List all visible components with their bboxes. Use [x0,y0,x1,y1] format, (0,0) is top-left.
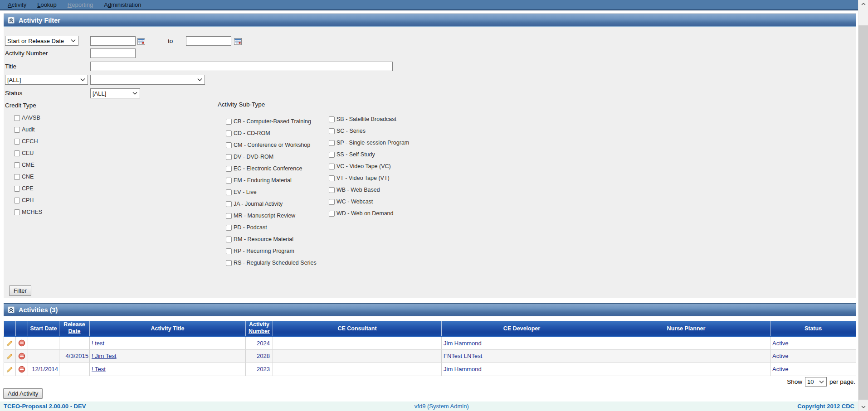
credit-type-option[interactable]: CEU [14,147,42,159]
delete-icon[interactable] [16,349,28,363]
activity-number-input[interactable] [90,48,136,58]
collapse-section-icon[interactable] [8,17,15,24]
status-select[interactable]: [ALL] [90,88,140,98]
subtype-checkbox[interactable] [226,248,232,254]
sort-link[interactable]: Start Date [30,325,57,332]
edit-icon[interactable] [4,363,16,376]
credit-type-checkbox[interactable] [14,186,20,192]
subtype-checkbox[interactable] [329,199,335,205]
credit-type-checkbox[interactable] [14,174,20,180]
subtype-checkbox[interactable] [226,201,232,207]
edit-icon[interactable] [4,349,16,363]
scrollbar-thumb[interactable] [858,25,868,400]
date-to-input[interactable] [186,36,231,46]
activity-subtype-select[interactable] [90,75,205,85]
title-input[interactable] [90,62,393,71]
edit-icon[interactable] [4,336,16,349]
subtype-option[interactable]: JA - Journal Activity [226,198,317,210]
date-type-select[interactable]: Start or Release Date [5,36,78,46]
subtype-checkbox[interactable] [329,140,335,146]
subtype-option[interactable]: MR - Manuscript Review [226,210,317,222]
subtype-option[interactable]: CM - Conference or Workshop [226,139,317,151]
nav-item-activity[interactable]: Activity [8,1,26,8]
subtype-option[interactable]: SB - Satellite Broadcast [329,113,409,125]
subtype-option[interactable]: RM - Resource Material [226,233,317,245]
sort-link[interactable]: CE Consultant [337,325,376,332]
subtype-checkbox[interactable] [226,213,232,219]
subtype-option[interactable]: SP - Single-session Program [329,137,409,149]
subtype-option[interactable]: VC - Video Tape (VC) [329,160,409,172]
subtype-checkbox[interactable] [226,225,232,231]
sort-link[interactable]: Activity Title [151,325,184,332]
sort-link[interactable]: Release Date [60,321,88,335]
credit-type-option[interactable]: Audit [14,124,42,135]
subtype-checkbox[interactable] [329,175,335,181]
subtype-option[interactable]: CB - Computer-Based Training [226,116,317,127]
activity-title-link[interactable]: ! test [92,340,104,347]
credit-type-checkbox[interactable] [14,150,20,156]
delete-icon[interactable] [16,336,28,349]
credit-type-checkbox[interactable] [14,209,20,215]
subtype-option[interactable]: SS - Self Study [329,149,409,160]
subtype-checkbox[interactable] [329,187,335,193]
subtype-option[interactable]: WB - Web Based [329,184,409,196]
subtype-checkbox[interactable] [226,166,232,172]
subtype-checkbox[interactable] [329,116,335,122]
add-activity-button[interactable]: Add Activity [3,388,43,399]
credit-type-option[interactable]: CME [14,159,42,171]
subtype-option[interactable]: EV - Live [226,186,317,198]
credit-type-checkbox[interactable] [14,139,20,145]
credit-type-checkbox[interactable] [14,162,20,168]
activity-title-link[interactable]: ! Test [92,366,106,372]
subtype-option[interactable]: SC - Series [329,125,409,137]
vertical-scrollbar[interactable] [858,0,868,411]
subtype-checkbox[interactable] [226,119,232,125]
sort-link[interactable]: Status [805,325,822,332]
credit-type-option[interactable]: CNE [14,171,42,183]
credit-type-option[interactable]: CECH [14,135,42,147]
scrollbar-up-arrow[interactable] [858,0,868,8]
subtype-checkbox[interactable] [226,237,232,242]
scrollbar-down-arrow[interactable] [858,403,868,411]
subtype-option[interactable]: DV - DVD-ROM [226,151,317,163]
subtype-checkbox[interactable] [226,131,232,136]
subtype-checkbox[interactable] [226,142,232,148]
filter-button[interactable]: Filter [9,285,31,296]
subtype-option[interactable]: PD - Podcast [226,222,317,233]
subtype-option[interactable]: RS - Regularly Scheduled Series [226,257,317,269]
date-from-input[interactable] [90,36,136,46]
sort-link[interactable]: CE Developer [503,325,540,332]
subtype-checkbox[interactable] [226,260,232,266]
subtype-option[interactable]: EM - Enduring Material [226,174,317,186]
nav-item-lookup[interactable]: Lookup [37,1,57,8]
subtype-option[interactable]: WD - Web on Demand [329,208,409,219]
collapse-section-icon[interactable] [8,306,15,313]
subtype-checkbox[interactable] [329,152,335,158]
per-page-select[interactable]: 10 [805,377,827,387]
credit-type-option[interactable]: AAVSB [14,112,42,124]
subtype-checkbox[interactable] [329,211,335,217]
subtype-option[interactable]: CD - CD-ROM [226,127,317,139]
credit-type-option[interactable]: CPE [14,183,42,194]
credit-type-checkbox[interactable] [14,127,20,133]
subtype-option[interactable]: VT - Video Tape (VT) [329,172,409,184]
sort-link[interactable]: Activity Number [247,321,272,335]
subtype-option[interactable]: RP - Recurring Program [226,245,317,257]
credit-type-option[interactable]: CPH [14,194,42,206]
credit-type-checkbox[interactable] [14,115,20,121]
credit-type-checkbox[interactable] [14,198,20,203]
subtype-checkbox[interactable] [226,178,232,184]
calendar-icon-from[interactable] [137,38,145,45]
subtype-option[interactable]: EC - Electronic Conference [226,163,317,174]
subtype-checkbox[interactable] [226,154,232,160]
sort-link[interactable]: Nurse Planner [667,325,706,332]
delete-icon[interactable] [16,363,28,376]
credit-type-option[interactable]: MCHES [14,206,42,218]
nav-item-administration[interactable]: Administration [104,1,141,8]
subtype-checkbox[interactable] [226,189,232,195]
subtype-checkbox[interactable] [329,164,335,169]
calendar-icon-to[interactable] [234,38,242,45]
activity-type-select[interactable]: [ALL] [5,75,88,85]
subtype-option[interactable]: WC - Webcast [329,196,409,208]
activity-title-link[interactable]: ! Jim Test [92,353,117,359]
